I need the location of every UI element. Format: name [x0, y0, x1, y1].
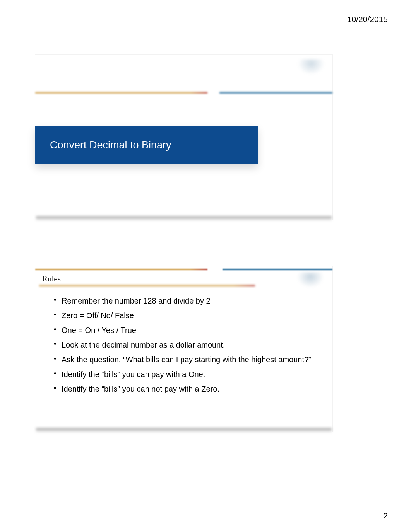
- list-item: Identify the “bills” you can not pay wit…: [54, 382, 317, 396]
- decorative-stripe: [35, 91, 332, 94]
- list-item: Ask the question, “What bills can I pay …: [54, 352, 317, 367]
- page-number: 2: [383, 511, 388, 520]
- date-header: 10/20/2015: [347, 15, 388, 24]
- logo-icon: [297, 272, 324, 288]
- list-item: Zero = Off/ No/ False: [54, 308, 317, 323]
- list-item: Identify the “bills” you can pay with a …: [54, 367, 317, 382]
- decorative-stripe-top: [35, 268, 332, 270]
- list-item: One = On / Yes / True: [54, 323, 317, 338]
- logo-icon: [298, 59, 325, 75]
- list-item: Remember the number 128 and divide by 2: [54, 293, 317, 308]
- slide-2-title: Rules: [42, 274, 61, 284]
- slide-title: Convert Decimal to Binary: [50, 139, 171, 151]
- title-box: Convert Decimal to Binary: [35, 126, 258, 164]
- rules-list: Remember the number 128 and divide by 2 …: [54, 293, 317, 396]
- list-item: Look at the decimal number as a dollar a…: [54, 338, 317, 352]
- decorative-stripe-bottom: [39, 284, 255, 286]
- slide-2: Rules Remember the number 128 and divide…: [35, 266, 333, 432]
- slide-1: Convert Decimal to Binary: [35, 54, 333, 220]
